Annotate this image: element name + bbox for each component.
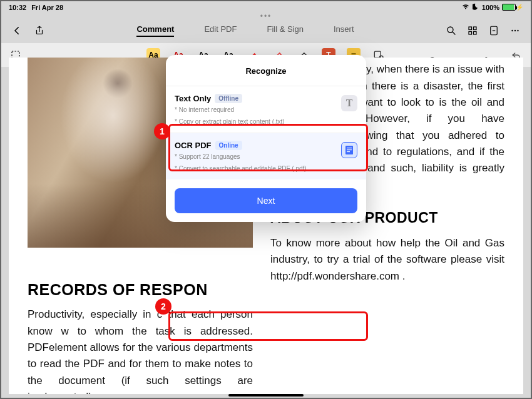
text-icon: T — [341, 95, 357, 111]
svg-point-8 — [517, 30, 518, 31]
svg-rect-1 — [469, 27, 472, 30]
search-icon[interactable] — [446, 25, 457, 36]
callout-box-1 — [168, 124, 368, 171]
next-button[interactable]: Next — [175, 188, 357, 213]
tab-comment[interactable]: Comment — [136, 24, 174, 37]
status-date: Fri Apr 28 — [31, 4, 63, 11]
battery-percent: 100% — [482, 4, 499, 11]
back-button[interactable] — [11, 25, 23, 36]
share-button[interactable] — [34, 25, 45, 36]
badge-offline: Offline — [215, 94, 242, 103]
home-indicator[interactable] — [228, 394, 304, 396]
body-right-2: To know more about how help the Oil and … — [270, 235, 504, 285]
heading-records: RECORDS OF RESPON — [28, 281, 253, 298]
moon-icon — [473, 3, 479, 11]
wifi-icon — [461, 3, 470, 11]
svg-point-6 — [511, 30, 513, 31]
option-text-only-title: Text Only — [175, 94, 211, 103]
multitask-dots[interactable]: ••• — [1, 12, 531, 21]
tab-edit-pdf[interactable]: Edit PDF — [204, 24, 237, 37]
option-text-only-desc1: * No internet required — [175, 106, 357, 115]
callout-box-2 — [168, 311, 368, 341]
tab-fill-sign[interactable]: Fill & Sign — [267, 24, 304, 37]
svg-rect-2 — [474, 27, 477, 30]
callout-number-2: 2 — [155, 298, 171, 315]
svg-rect-3 — [469, 32, 472, 35]
top-nav: Comment Edit PDF Fill & Sign Insert — [1, 21, 531, 43]
status-time: 10:32 — [9, 4, 26, 11]
modal-title: Recognize — [166, 55, 366, 86]
page-icon[interactable] — [488, 25, 499, 36]
svg-point-7 — [514, 30, 516, 31]
more-icon[interactable] — [509, 25, 521, 36]
battery-icon — [502, 4, 516, 11]
callout-number-1: 1 — [154, 123, 170, 139]
svg-point-0 — [448, 27, 453, 33]
svg-rect-4 — [474, 32, 477, 35]
grid-icon[interactable] — [467, 25, 478, 36]
tab-insert[interactable]: Insert — [334, 24, 354, 37]
